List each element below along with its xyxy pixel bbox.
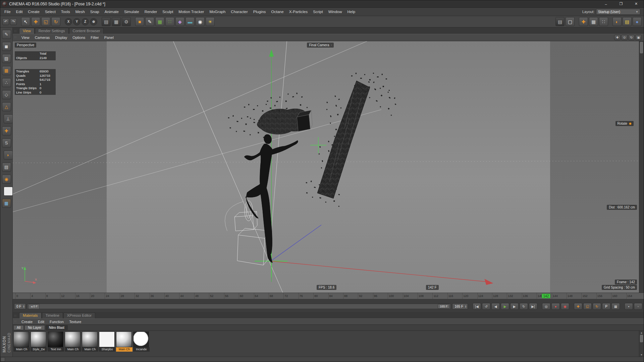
material-thumbnail[interactable]: Style_De [31, 331, 47, 352]
record-scale-toggle[interactable]: ◱ [583, 303, 592, 310]
keyframe-selection-button[interactable]: ◎ [542, 303, 550, 310]
scale-tool-icon[interactable]: ◱ [41, 17, 50, 26]
lock-x-axis-icon[interactable]: X [65, 18, 72, 25]
menubar-item[interactable]: Select [42, 8, 58, 16]
pan-view-icon[interactable]: ✚ [614, 35, 621, 40]
menubar-item[interactable]: Snap [88, 8, 102, 16]
content-browser-icon[interactable]: ▤ [623, 17, 632, 26]
menubar-item[interactable]: Script [310, 8, 325, 16]
workplane-mode-icon[interactable]: ▦ [2, 66, 11, 75]
polygons-mode-icon[interactable]: △ [2, 102, 11, 111]
menubar-item[interactable]: Render [142, 8, 160, 16]
edges-mode-icon[interactable]: ◇ [2, 90, 11, 99]
rotate-tool-icon[interactable]: ↻ [51, 17, 60, 26]
octane-live-icon[interactable]: ● [633, 17, 642, 26]
record-keyframe-button[interactable]: ● [551, 303, 560, 310]
paint-setup-icon[interactable]: ◐ [612, 17, 622, 26]
materials-menu-item[interactable]: Edit [35, 320, 47, 324]
material-thumbnail[interactable]: Sharpbo [99, 331, 115, 352]
lock-y-axis-icon[interactable]: Y [73, 18, 80, 25]
previous-key-button[interactable]: ↺ [482, 303, 490, 310]
menubar-item[interactable]: Create [25, 8, 42, 16]
snap-toggle-icon[interactable]: S [2, 138, 11, 147]
material-layer-tab[interactable]: All [13, 325, 24, 330]
spinner-icon[interactable]: ▲▼ [23, 305, 24, 308]
record-pla-toggle[interactable]: ▦ [611, 303, 620, 310]
range-end-grip[interactable]: 165 F [438, 304, 449, 309]
redo-icon[interactable]: ↷ [10, 18, 17, 25]
color-swatch-icon[interactable] [4, 187, 13, 196]
material-layer-tab[interactable]: No Layer [24, 325, 45, 330]
viewport-menu-item[interactable]: Options [70, 36, 88, 40]
new-window-icon[interactable]: ▢ [566, 17, 575, 26]
menubar-item[interactable]: Octane [269, 8, 286, 16]
texture-paint-icon[interactable]: ◗ [4, 150, 13, 160]
menubar-item[interactable]: X-Particles [286, 8, 311, 16]
scroll-down-icon[interactable]: ▼ [640, 353, 643, 357]
record-rotation-toggle[interactable]: ↻ [593, 303, 601, 310]
material-thumbnail[interactable]: Main Ch [116, 331, 132, 352]
viewport-scrollbar[interactable] [639, 41, 644, 293]
viewport-solo-icon[interactable]: ◉ [2, 175, 11, 184]
viewport-menu-item[interactable]: View [19, 36, 32, 40]
scroll-corner-button[interactable] [1, 357, 5, 362]
viewport-menu-item[interactable]: Filter [88, 36, 101, 40]
coordinate-system-icon[interactable]: ⊕ [90, 18, 97, 25]
play-button[interactable]: ▶ [501, 303, 509, 310]
menubar-item[interactable]: Animate [102, 8, 121, 16]
lock-workplane-icon[interactable]: ▤ [2, 163, 11, 172]
panel-grip-icon[interactable]: ∷ [14, 29, 18, 33]
active-camera-label[interactable]: Final Camera ▫ [307, 43, 334, 48]
menubar-item[interactable]: Sculpt [160, 8, 176, 16]
menubar-item[interactable]: Window [326, 8, 345, 16]
environment-icon[interactable]: ▬ [185, 17, 195, 26]
viewport-tab[interactable]: Content Browser [69, 28, 104, 34]
uv-palette-icon[interactable]: ▦ [2, 199, 11, 208]
autokey-button[interactable]: ◉ [561, 303, 569, 310]
menubar-item[interactable]: Simulate [121, 8, 142, 16]
viewport-tab[interactable]: Render Settings [35, 28, 69, 34]
zoom-view-icon[interactable]: ⊙ [621, 35, 628, 40]
material-layer-tab[interactable]: Nitro Blast [46, 325, 68, 330]
move-tool-icon[interactable]: ✚ [31, 17, 40, 26]
materials-panel-tab[interactable]: Materials [19, 312, 42, 318]
start-frame-field[interactable]: 0 F ▲▼ [14, 303, 26, 309]
make-editable-icon[interactable]: ✎ [2, 30, 11, 39]
camera-toggle-icon[interactable]: ▫ [331, 43, 332, 48]
grid-snap-icon[interactable]: ∷ [599, 17, 608, 26]
scrollbar-thumb[interactable] [640, 42, 643, 53]
record-position-toggle[interactable]: ✚ [574, 303, 582, 310]
goto-start-button[interactable]: |◀ [473, 303, 481, 310]
next-key-button[interactable]: ↻ [520, 303, 528, 310]
camera-icon[interactable]: ◉ [196, 17, 205, 26]
timeline-options-icon[interactable]: ▫ [634, 303, 642, 310]
menubar-item[interactable]: Mesh [73, 8, 88, 16]
maximize-button[interactable]: ❐ [613, 0, 629, 7]
rotate-view-icon[interactable]: ↻ [628, 35, 635, 40]
maximize-view-icon[interactable]: ▣ [635, 35, 642, 40]
menubar-item[interactable]: Tools [58, 8, 73, 16]
menubar-item[interactable]: File [2, 8, 13, 16]
layout-select[interactable]: Startup (User) ▼ [596, 9, 640, 15]
next-frame-button[interactable]: ▶ [510, 303, 519, 310]
materials-scrollbar[interactable]: ▲ ▼ [639, 331, 644, 357]
render-settings-icon[interactable]: ⚙ [122, 17, 131, 26]
bookmark-layout-icon[interactable]: ▤ [555, 17, 565, 26]
menubar-item[interactable]: Character [228, 8, 251, 16]
menubar-item[interactable]: Plugins [251, 8, 269, 16]
preview-range-slider[interactable]: ◀ 0 F 165 F [27, 304, 451, 309]
model-mode-icon[interactable]: ◼ [2, 42, 11, 51]
menubar-item[interactable]: MoGraph [207, 8, 228, 16]
subdivision-surface-icon[interactable]: ▦ [155, 17, 164, 26]
close-button[interactable]: ✕ [629, 0, 644, 7]
render-view-icon[interactable]: ▤ [102, 17, 111, 26]
menubar-item[interactable]: Help [345, 8, 358, 16]
materials-panel-tab[interactable]: Timeline [42, 312, 63, 318]
enable-axis-icon[interactable]: ⊥ [4, 114, 13, 123]
keyframe-presets-icon[interactable]: ▪ [625, 303, 633, 310]
deformer-icon[interactable]: ◆ [175, 17, 184, 26]
current-frame-marker[interactable]: 142 [542, 294, 550, 298]
previous-frame-button[interactable]: ◀ [491, 303, 500, 310]
spline-pen-icon[interactable]: ✎ [145, 17, 154, 26]
materials-menu-item[interactable]: Texture [66, 320, 84, 324]
